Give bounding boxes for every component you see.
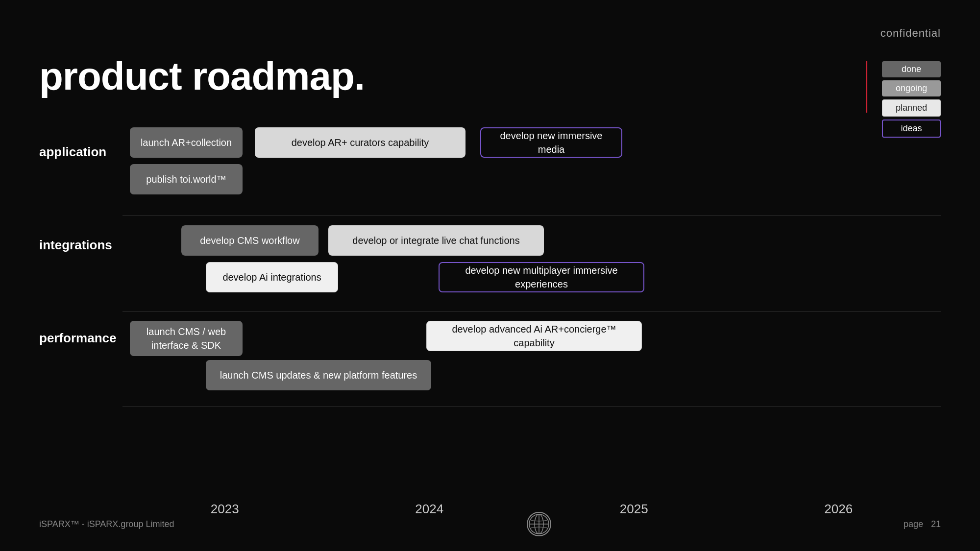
separator-line-2 xyxy=(122,311,941,311)
card-launch-ar-collection: launch AR+collection xyxy=(130,127,243,158)
card-publish-toi-world: publish toi.world™ xyxy=(130,164,243,194)
page-label: page xyxy=(904,519,923,529)
footer-logo xyxy=(527,512,551,536)
row-label-integrations: integrations xyxy=(39,238,118,253)
legend-done: done xyxy=(882,61,941,77)
card-develop-live-chat: develop or integrate live chat functions xyxy=(328,225,544,256)
card-develop-new-immersive-media: develop new immersive media xyxy=(480,127,622,158)
footer-company: iSPARX™ - iSPARX.group Limited xyxy=(39,519,174,529)
footer: iSPARX™ - iSPARX.group Limited page 21 xyxy=(39,512,941,536)
confidential-label: confidential xyxy=(881,27,941,40)
legend-planned: planned xyxy=(882,99,941,117)
legend-ongoing: ongoing xyxy=(882,80,941,96)
card-launch-cms-updates: launch CMS updates & new platform featur… xyxy=(206,360,431,390)
page-title: product roadmap. xyxy=(39,54,365,99)
card-develop-multiplayer: develop new multiplayer immersive experi… xyxy=(439,262,644,292)
separator-line-1 xyxy=(122,216,941,216)
card-launch-cms-web: launch CMS / web interface & SDK xyxy=(130,321,243,356)
legend-accent-line xyxy=(866,61,867,113)
card-develop-cms-workflow: develop CMS workflow xyxy=(181,225,318,256)
card-develop-advanced-ai: develop advanced Ai AR+concierge™ capabi… xyxy=(426,321,642,351)
page-number: 21 xyxy=(931,519,941,529)
separator-line-3 xyxy=(122,407,941,407)
roadmap-area: application integrations performance lau… xyxy=(39,118,941,492)
card-develop-ar-curators: develop AR+ curators capability xyxy=(255,127,466,158)
card-develop-ai-integrations: develop Ai integrations xyxy=(206,262,338,292)
row-label-application: application xyxy=(39,144,118,160)
footer-page: page 21 xyxy=(904,519,941,529)
row-label-performance: performance xyxy=(39,331,118,346)
